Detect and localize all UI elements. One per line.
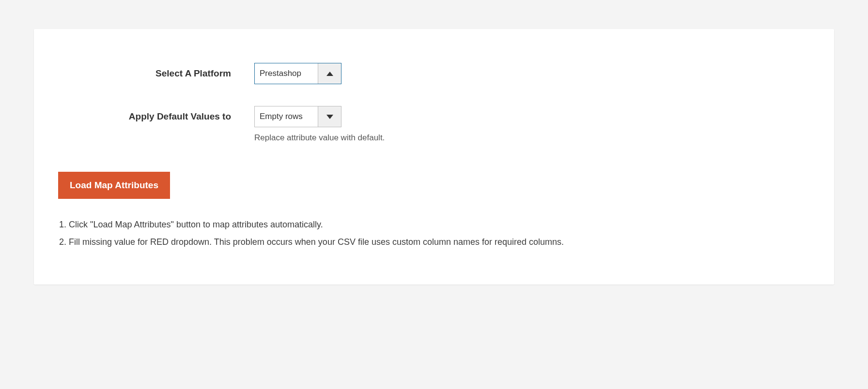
platform-label: Select A Platform — [58, 68, 254, 79]
platform-row: Select A Platform Prestashop — [58, 63, 810, 84]
platform-select-toggle[interactable] — [318, 63, 341, 84]
list-item: Click "Load Map Attributes" button to ma… — [69, 218, 810, 232]
instructions-list: Click "Load Map Attributes" button to ma… — [58, 218, 810, 249]
platform-select-value: Prestashop — [255, 63, 318, 84]
platform-control: Prestashop — [254, 63, 810, 84]
settings-card: Select A Platform Prestashop Apply Defau… — [34, 29, 834, 284]
list-item: Fill missing value for RED dropdown. Thi… — [69, 236, 810, 249]
default-values-label: Apply Default Values to — [58, 111, 254, 122]
chevron-down-icon — [326, 115, 333, 119]
default-values-row: Apply Default Values to Empty rows — [58, 106, 810, 127]
default-values-helper: Replace attribute value with default. — [254, 133, 385, 142]
default-values-select-toggle[interactable] — [318, 106, 341, 127]
default-values-select[interactable]: Empty rows — [254, 106, 341, 127]
platform-select[interactable]: Prestashop — [254, 63, 341, 84]
load-map-attributes-button[interactable]: Load Map Attributes — [58, 172, 170, 199]
chevron-up-icon — [326, 72, 333, 76]
default-values-control: Empty rows — [254, 106, 810, 127]
default-values-select-value: Empty rows — [255, 106, 318, 127]
default-values-helper-row: Replace attribute value with default. — [254, 133, 810, 143]
